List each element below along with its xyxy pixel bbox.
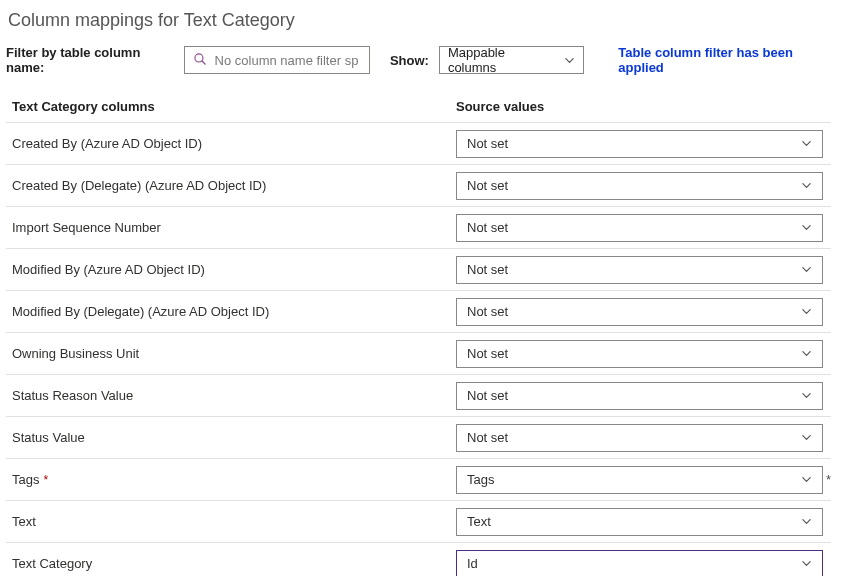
column-name-label: Created By (Azure AD Object ID) — [12, 136, 202, 151]
source-cell: Not set — [456, 424, 831, 452]
source-cell: Not set — [456, 256, 831, 284]
source-select[interactable]: Text — [456, 508, 823, 536]
column-name: Created By (Delegate) (Azure AD Object I… — [12, 178, 456, 193]
source-select[interactable]: Not set — [456, 424, 823, 452]
source-select[interactable]: Not set — [456, 298, 823, 326]
show-label: Show: — [390, 53, 429, 68]
search-icon — [193, 52, 207, 69]
column-name: Owning Business Unit — [12, 346, 456, 361]
source-select-value: Text — [467, 514, 491, 529]
source-select-value: Not set — [467, 178, 508, 193]
chevron-down-icon — [801, 390, 812, 401]
show-dropdown-value: Mappable columns — [448, 45, 556, 75]
table-row: Modified By (Delegate) (Azure AD Object … — [6, 290, 831, 332]
source-cell: Not set — [456, 340, 831, 368]
source-cell: Id — [456, 550, 831, 577]
source-select-value: Not set — [467, 388, 508, 403]
table-row: Status ValueNot set — [6, 416, 831, 458]
source-select[interactable]: Id — [456, 550, 823, 577]
svg-line-1 — [202, 61, 205, 64]
chevron-down-icon — [801, 222, 812, 233]
column-name-label: Import Sequence Number — [12, 220, 161, 235]
column-name-label: Status Reason Value — [12, 388, 133, 403]
source-cell: Not set — [456, 130, 831, 158]
mapping-rows: Created By (Azure AD Object ID)Not setCr… — [6, 122, 831, 576]
chevron-down-icon — [801, 138, 812, 149]
source-cell: Not set — [456, 298, 831, 326]
column-name: Import Sequence Number — [12, 220, 456, 235]
row-marker: * — [823, 473, 831, 487]
table-row: Owning Business UnitNot set — [6, 332, 831, 374]
column-name: Created By (Azure AD Object ID) — [12, 136, 456, 151]
column-name: Text — [12, 514, 456, 529]
source-select-value: Not set — [467, 262, 508, 277]
table-row: Text CategoryId — [6, 542, 831, 576]
source-cell: Not set — [456, 214, 831, 242]
column-name: Text Category — [12, 556, 456, 571]
source-select[interactable]: Tags — [456, 466, 823, 494]
column-name-label: Text Category — [12, 556, 92, 571]
table-headers: Text Category columns Source values — [6, 89, 831, 122]
show-dropdown[interactable]: Mappable columns — [439, 46, 584, 74]
source-cell: Not set — [456, 382, 831, 410]
source-select-value: Not set — [467, 304, 508, 319]
filter-input-wrapper[interactable] — [184, 46, 370, 74]
source-cell: Tags* — [456, 466, 831, 494]
chevron-down-icon — [801, 558, 812, 569]
source-select-value: Id — [467, 556, 478, 571]
chevron-down-icon — [801, 432, 812, 443]
required-indicator: * — [43, 474, 48, 486]
column-name-label: Modified By (Azure AD Object ID) — [12, 262, 205, 277]
table-row: Import Sequence NumberNot set — [6, 206, 831, 248]
source-select[interactable]: Not set — [456, 130, 823, 158]
filter-status-message: Table column filter has been applied — [618, 45, 831, 75]
source-select[interactable]: Not set — [456, 382, 823, 410]
source-select-value: Not set — [467, 346, 508, 361]
table-row: Created By (Delegate) (Azure AD Object I… — [6, 164, 831, 206]
filter-label: Filter by table column name: — [6, 45, 174, 75]
source-select-value: Not set — [467, 136, 508, 151]
chevron-down-icon — [801, 474, 812, 485]
filter-input[interactable] — [213, 52, 361, 69]
table-row: Created By (Azure AD Object ID)Not set — [6, 122, 831, 164]
column-name-label: Text — [12, 514, 36, 529]
page-title: Column mappings for Text Category — [8, 10, 831, 31]
column-name-label: Status Value — [12, 430, 85, 445]
chevron-down-icon — [564, 55, 575, 66]
source-select[interactable]: Not set — [456, 172, 823, 200]
header-source: Source values — [456, 99, 831, 114]
chevron-down-icon — [801, 516, 812, 527]
chevron-down-icon — [801, 180, 812, 191]
source-select-value: Not set — [467, 430, 508, 445]
source-select[interactable]: Not set — [456, 256, 823, 284]
column-name: Status Value — [12, 430, 456, 445]
column-name: Status Reason Value — [12, 388, 456, 403]
header-columns: Text Category columns — [12, 99, 456, 114]
source-select-value: Not set — [467, 220, 508, 235]
source-select[interactable]: Not set — [456, 340, 823, 368]
column-name-label: Modified By (Delegate) (Azure AD Object … — [12, 304, 269, 319]
table-row: Status Reason ValueNot set — [6, 374, 831, 416]
source-cell: Not set — [456, 172, 831, 200]
column-name-label: Tags — [12, 472, 39, 487]
chevron-down-icon — [801, 348, 812, 359]
chevron-down-icon — [801, 264, 812, 275]
column-name-label: Created By (Delegate) (Azure AD Object I… — [12, 178, 266, 193]
source-select[interactable]: Not set — [456, 214, 823, 242]
filter-bar: Filter by table column name: Show: Mappa… — [6, 45, 831, 75]
table-row: TextText — [6, 500, 831, 542]
table-row: Modified By (Azure AD Object ID)Not set — [6, 248, 831, 290]
column-name: Tags* — [12, 472, 456, 487]
table-row: Tags*Tags* — [6, 458, 831, 500]
column-name: Modified By (Azure AD Object ID) — [12, 262, 456, 277]
source-select-value: Tags — [467, 472, 494, 487]
column-name: Modified By (Delegate) (Azure AD Object … — [12, 304, 456, 319]
chevron-down-icon — [801, 306, 812, 317]
column-name-label: Owning Business Unit — [12, 346, 139, 361]
source-cell: Text — [456, 508, 831, 536]
